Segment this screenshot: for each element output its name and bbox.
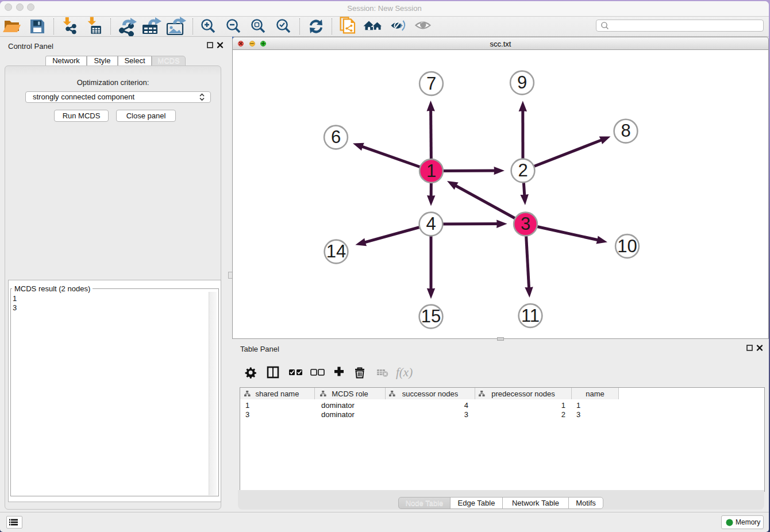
svg-text:2: 2 bbox=[518, 160, 528, 180]
svg-text:11: 11 bbox=[521, 306, 540, 326]
svg-text:4: 4 bbox=[426, 214, 436, 234]
svg-text:1: 1 bbox=[426, 161, 436, 181]
svg-text:6: 6 bbox=[331, 127, 341, 147]
svg-text:8: 8 bbox=[621, 121, 630, 141]
svg-text:14: 14 bbox=[326, 241, 346, 261]
svg-text:15: 15 bbox=[421, 306, 441, 326]
svg-text:7: 7 bbox=[426, 74, 436, 94]
svg-text:9: 9 bbox=[517, 72, 527, 92]
svg-text:10: 10 bbox=[617, 236, 637, 256]
svg-text:3: 3 bbox=[521, 214, 530, 234]
